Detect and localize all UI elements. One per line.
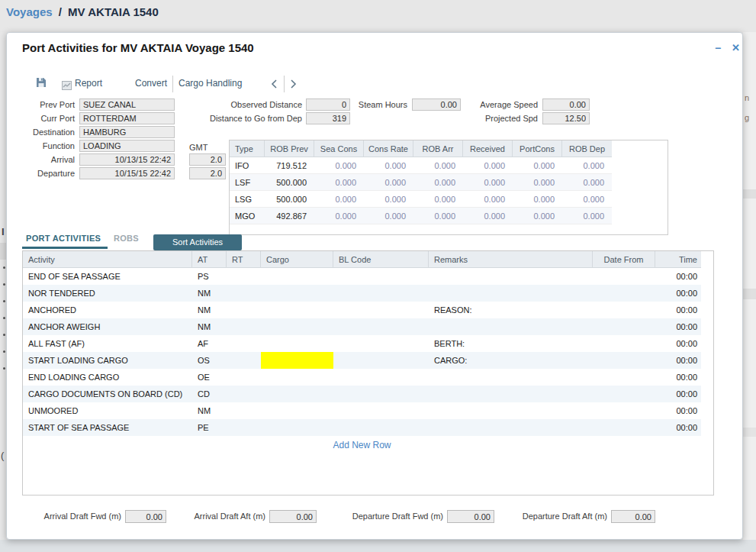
cargo-cell[interactable] — [261, 302, 333, 318]
average-speed-field[interactable] — [542, 98, 590, 111]
rob-row[interactable]: IFO 719.512 0.000 0.000 0.000 0.000 0.00… — [230, 157, 612, 174]
projected-spd-field[interactable] — [542, 112, 590, 124]
add-new-row-link[interactable]: Add New Row — [23, 440, 701, 450]
breadcrumb-voyages-link[interactable]: Voyages — [6, 5, 53, 18]
activity-row[interactable]: END OF SEA PASSAGE PS 00:00 — [23, 268, 701, 285]
rt-cell[interactable] — [227, 318, 261, 335]
sort-activities-button[interactable]: Sort Activities — [153, 234, 242, 250]
date-from-cell[interactable] — [593, 302, 655, 318]
cargo-cell[interactable] — [261, 402, 333, 419]
remarks-cell[interactable] — [429, 419, 593, 436]
function-field[interactable] — [79, 140, 175, 152]
date-from-cell[interactable] — [593, 402, 655, 419]
cargo-cell[interactable] — [261, 335, 333, 352]
time-cell[interactable]: 00:00 — [655, 419, 701, 436]
date-from-cell[interactable] — [593, 352, 655, 369]
rt-cell[interactable] — [227, 419, 261, 436]
tab-robs[interactable]: ROBS — [114, 234, 139, 243]
remarks-cell[interactable] — [429, 318, 593, 335]
remarks-cell[interactable] — [429, 285, 593, 302]
date-from-cell[interactable] — [593, 285, 655, 302]
cargo-cell[interactable] — [261, 369, 333, 386]
bl-code-cell[interactable] — [333, 419, 429, 436]
activity-row[interactable]: ALL FAST (AF) AF BERTH: 00:00 — [23, 335, 701, 352]
activity-row[interactable]: START OF SEA PASSAGE PE 00:00 — [23, 419, 701, 436]
time-cell[interactable]: 00:00 — [655, 285, 701, 302]
bl-code-cell[interactable] — [333, 318, 429, 335]
rt-cell[interactable] — [227, 402, 261, 419]
date-from-cell[interactable] — [593, 268, 655, 285]
activity-row[interactable]: START LOADING CARGO OS CARGO: 00:00 — [23, 352, 701, 369]
time-cell[interactable]: 00:00 — [655, 352, 701, 369]
activity-row[interactable]: END LOADING CARGO OE 00:00 — [23, 369, 701, 386]
arrival-draft-fwd-field[interactable] — [125, 510, 166, 523]
date-from-cell[interactable] — [593, 419, 655, 436]
rob-row[interactable]: LSG 500.000 0.000 0.000 0.000 0.000 0.00… — [230, 191, 612, 208]
activity-row[interactable]: ANCHOR AWEIGH NM 00:00 — [23, 318, 701, 335]
bl-code-cell[interactable] — [333, 386, 429, 402]
departure-field[interactable] — [79, 167, 175, 179]
time-cell[interactable]: 00:00 — [655, 302, 701, 318]
time-cell[interactable]: 00:00 — [655, 268, 701, 285]
cargo-cell[interactable] — [261, 285, 333, 302]
rob-row[interactable]: LSF 500.000 0.000 0.000 0.000 0.000 0.00… — [230, 174, 612, 191]
departure-draft-fwd-field[interactable] — [447, 510, 494, 523]
cargo-cell[interactable] — [261, 386, 333, 402]
activity-row[interactable]: NOR TENDERED NM 00:00 — [23, 285, 701, 302]
convert-button[interactable]: Convert — [135, 78, 167, 89]
time-cell[interactable]: 00:00 — [655, 386, 701, 402]
report-button[interactable]: Report — [75, 78, 102, 89]
curr-port-field[interactable] — [79, 112, 175, 124]
bl-code-cell[interactable] — [333, 352, 429, 369]
bl-code-cell[interactable] — [333, 302, 429, 318]
bl-code-cell[interactable] — [333, 335, 429, 352]
date-from-cell[interactable] — [593, 318, 655, 335]
departure-gmt-field[interactable] — [189, 167, 226, 179]
rt-cell[interactable] — [227, 369, 261, 386]
remarks-cell[interactable]: BERTH: — [429, 335, 593, 352]
bl-code-cell[interactable] — [333, 285, 429, 302]
remarks-cell[interactable] — [429, 402, 593, 419]
remarks-cell[interactable] — [429, 268, 593, 285]
cargo-cell[interactable] — [261, 318, 333, 335]
cargo-handling-button[interactable]: Cargo Handling — [179, 78, 242, 89]
departure-draft-aft-field[interactable] — [611, 510, 655, 523]
rt-cell[interactable] — [227, 352, 261, 369]
date-from-cell[interactable] — [593, 369, 655, 386]
rt-cell[interactable] — [227, 386, 261, 402]
steam-hours-field[interactable] — [412, 98, 461, 111]
remarks-cell[interactable]: CARGO: — [429, 352, 593, 369]
save-disk-icon[interactable] — [36, 77, 47, 91]
destination-field[interactable] — [79, 126, 175, 138]
rob-row[interactable]: MGO 492.867 0.000 0.000 0.000 0.000 0.00… — [230, 208, 612, 224]
bl-code-cell[interactable] — [333, 402, 429, 419]
time-cell[interactable]: 00:00 — [655, 335, 701, 352]
time-cell[interactable]: 00:00 — [655, 318, 701, 335]
chevron-left-icon[interactable] — [270, 79, 278, 92]
rt-cell[interactable] — [227, 302, 261, 318]
remarks-cell[interactable]: REASON: — [429, 302, 593, 318]
cargo-cell[interactable] — [261, 268, 333, 285]
chevron-right-icon[interactable] — [290, 79, 298, 92]
arrival-field[interactable] — [79, 153, 175, 166]
rt-cell[interactable] — [227, 285, 261, 302]
prev-port-field[interactable] — [79, 98, 175, 111]
remarks-cell[interactable] — [429, 369, 593, 386]
remarks-cell[interactable] — [429, 386, 593, 402]
time-cell[interactable]: 00:00 — [655, 402, 701, 419]
activity-row[interactable]: UNMOORED NM 00:00 — [23, 402, 701, 419]
activity-row[interactable]: ANCHORED NM REASON: 00:00 — [23, 302, 701, 318]
time-cell[interactable]: 00:00 — [655, 369, 701, 386]
rt-cell[interactable] — [227, 335, 261, 352]
tab-port-activities[interactable]: PORT ACTIVITIES — [26, 234, 101, 243]
date-from-cell[interactable] — [593, 386, 655, 402]
cargo-cell[interactable] — [261, 419, 333, 436]
minimize-icon[interactable]: − — [715, 42, 721, 54]
rt-cell[interactable] — [227, 268, 261, 285]
distance-to-go-field[interactable] — [306, 112, 350, 124]
bl-code-cell[interactable] — [333, 369, 429, 386]
activity-row[interactable]: CARGO DOCUMENTS ON BOARD (CD) CD 00:00 — [23, 386, 701, 402]
bl-code-cell[interactable] — [333, 268, 429, 285]
arrival-gmt-field[interactable] — [189, 153, 226, 166]
date-from-cell[interactable] — [593, 335, 655, 352]
